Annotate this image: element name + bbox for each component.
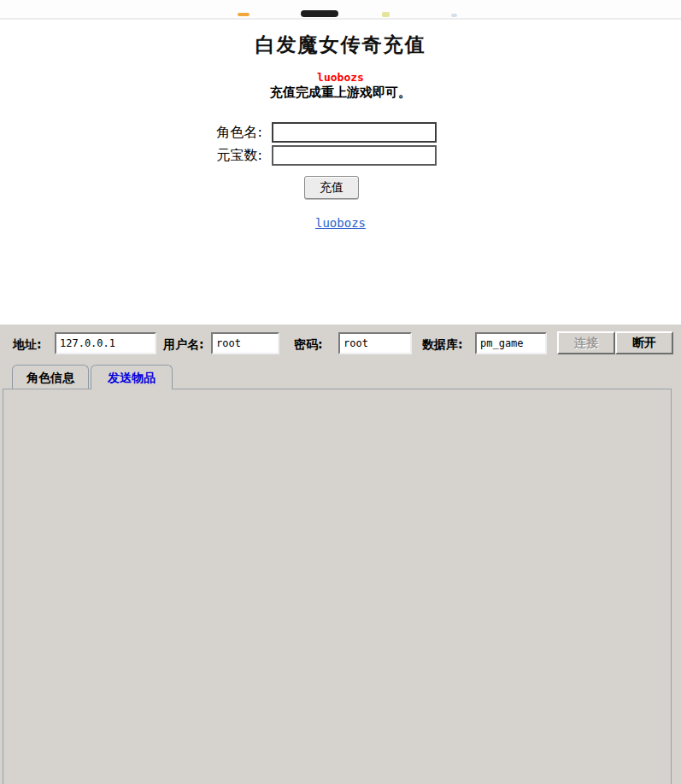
browser-chrome-strip bbox=[0, 0, 681, 20]
notice-text: 充值完成重上游戏即可。 bbox=[0, 85, 681, 101]
chrome-fragment-icon bbox=[382, 12, 390, 17]
gm-tool-window: 地址: 用户名: 密码: 数据库: 连接 断开 角色信息 发送物品 物品ID 物… bbox=[0, 325, 681, 784]
tab-role-info[interactable]: 角色信息 bbox=[12, 365, 89, 389]
database-label: 数据库: bbox=[422, 337, 463, 353]
tab-page bbox=[3, 389, 672, 784]
address-input[interactable] bbox=[55, 332, 156, 354]
yuanbao-input[interactable] bbox=[272, 145, 437, 166]
database-input[interactable] bbox=[475, 332, 547, 354]
password-input[interactable] bbox=[338, 332, 412, 354]
password-label: 密码: bbox=[294, 337, 323, 353]
yuanbao-label: 元宝数: bbox=[217, 147, 262, 165]
chrome-fragment-text bbox=[301, 10, 338, 17]
recharge-button[interactable]: 充值 bbox=[304, 176, 359, 199]
page-title: 白发魔女传奇充值 bbox=[0, 32, 681, 58]
connect-button[interactable]: 连接 bbox=[557, 331, 615, 354]
account-name-text: luobozs bbox=[0, 71, 681, 84]
recharge-page: 白发魔女传奇充值 luobozs 充值完成重上游戏即可。 角色名: 元宝数: 充… bbox=[0, 20, 681, 325]
address-label: 地址: bbox=[13, 337, 42, 353]
username-input[interactable] bbox=[211, 332, 279, 354]
username-label: 用户名: bbox=[163, 337, 204, 353]
chrome-fragment-icon bbox=[451, 14, 457, 17]
chrome-fragment-icon bbox=[238, 13, 250, 16]
tab-send-items[interactable]: 发送物品 bbox=[91, 365, 173, 389]
role-name-label: 角色名: bbox=[217, 124, 262, 142]
yuanbao-row: 元宝数: bbox=[214, 145, 470, 166]
disconnect-button[interactable]: 断开 bbox=[615, 331, 673, 354]
account-link[interactable]: luobozs bbox=[315, 216, 366, 230]
role-name-input[interactable] bbox=[272, 122, 437, 143]
role-name-row: 角色名: bbox=[214, 122, 470, 143]
